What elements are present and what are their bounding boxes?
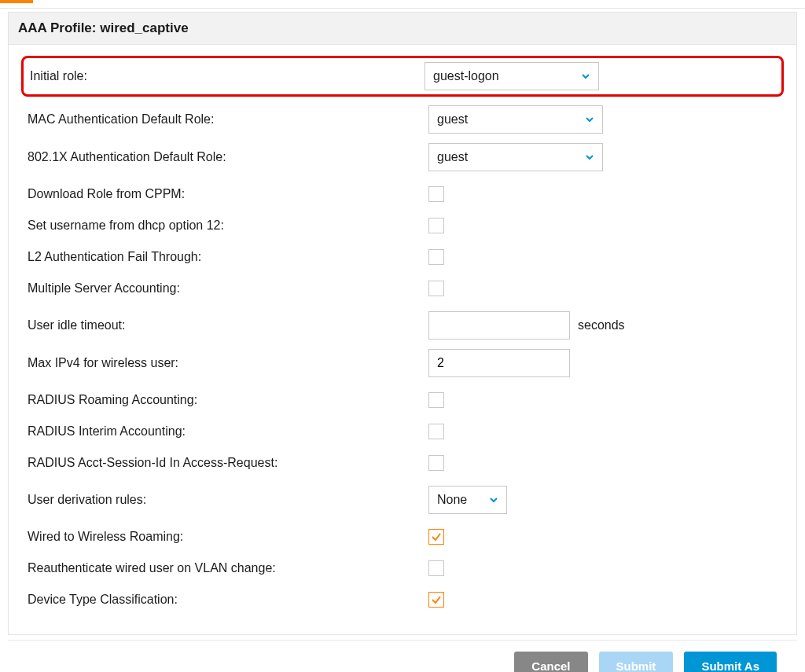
label-wired-wireless-roaming: Wired to Wireless Roaming: [28,530,428,544]
checkbox-multiple-server-accounting[interactable] [428,281,444,296]
chevron-down-icon [489,495,498,505]
panel-body: Initial role: guest-logon MAC Authentica… [9,45,796,634]
checkbox-radius-acct-session-id[interactable] [428,455,444,471]
label-download-role-cppm: Download Role from CPPM: [28,187,428,201]
row-mac-auth-role: MAC Authentication Default Role: guest [28,103,777,136]
select-initial-role-value: guest-logon [433,69,499,83]
chevron-down-icon [585,115,594,124]
row-user-idle-timeout: User idle timeout: seconds [28,309,777,342]
checkbox-device-type-classification[interactable] [428,592,444,608]
select-mac-auth-role-value: guest [437,112,468,127]
chevron-down-icon [585,152,594,162]
select-dot1x-auth-role-value: guest [437,150,468,164]
accent-strip [0,0,33,3]
select-user-derivation-rules[interactable]: None [428,486,507,514]
label-max-ipv4-wireless: Max IPv4 for wireless user: [28,356,428,370]
divider-top [0,8,805,9]
checkbox-download-role-cppm[interactable] [428,186,444,202]
submit-as-button[interactable]: Submit As [684,652,777,672]
select-mac-auth-role[interactable]: guest [428,105,603,134]
select-dot1x-auth-role[interactable]: guest [428,143,603,171]
row-radius-interim-accounting: RADIUS Interim Accounting: [28,416,777,447]
row-dot1x-auth-role: 802.1X Authentication Default Role: gues… [28,141,777,174]
row-max-ipv4-wireless: Max IPv4 for wireless user: [28,347,777,380]
row-download-role-cppm: Download Role from CPPM: [28,178,777,210]
row-wired-wireless-roaming: Wired to Wireless Roaming: [28,521,777,553]
label-l2-auth-fail-through: L2 Authentication Fail Through: [28,250,428,264]
checkbox-reauth-wired-vlan[interactable] [428,560,444,576]
label-multiple-server-accounting: Multiple Server Accounting: [28,281,428,296]
chevron-down-icon [581,72,590,81]
checkbox-l2-auth-fail-through[interactable] [428,249,444,265]
checkbox-radius-roaming-accounting[interactable] [428,392,444,408]
checkbox-set-username-dhcp12[interactable] [428,218,444,233]
cancel-button[interactable]: Cancel [514,652,587,672]
label-user-derivation-rules: User derivation rules: [28,493,428,507]
row-radius-roaming-accounting: RADIUS Roaming Accounting: [28,384,777,416]
label-mac-auth-role: MAC Authentication Default Role: [28,112,428,127]
label-radius-interim-accounting: RADIUS Interim Accounting: [28,424,428,439]
input-user-idle-timeout[interactable] [428,311,570,340]
label-dot1x-auth-role: 802.1X Authentication Default Role: [28,150,428,164]
label-radius-acct-session-id: RADIUS Acct-Session-Id In Access-Request… [28,456,428,470]
aaa-profile-panel: AAA Profile: wired_captive Initial role:… [8,12,797,635]
label-reauth-wired-vlan: Reauthenticate wired user on VLAN change… [28,561,428,575]
label-radius-roaming-accounting: RADIUS Roaming Accounting: [28,393,428,407]
label-set-username-dhcp12: Set username from dhcp option 12: [28,218,428,233]
label-device-type-classification: Device Type Classification: [28,593,428,607]
row-device-type-classification: Device Type Classification: [28,584,777,615]
row-radius-acct-session-id: RADIUS Acct-Session-Id In Access-Request… [28,447,777,479]
row-reauth-wired-vlan: Reauthenticate wired user on VLAN change… [28,553,777,584]
footer-bar: Cancel Submit Submit As [8,640,797,672]
checkbox-radius-interim-accounting[interactable] [428,424,444,439]
input-max-ipv4-wireless[interactable] [428,349,570,377]
row-multiple-server-accounting: Multiple Server Accounting: [28,273,777,304]
submit-button[interactable]: Submit [599,652,674,672]
row-set-username-dhcp12: Set username from dhcp option 12: [28,210,777,241]
panel-title: AAA Profile: wired_captive [9,13,796,45]
select-user-derivation-rules-value: None [437,493,467,507]
checkbox-wired-wireless-roaming[interactable] [428,529,444,545]
label-initial-role: Initial role: [30,69,425,83]
row-user-derivation-rules: User derivation rules: None [28,483,777,516]
unit-user-idle-timeout: seconds [578,318,625,332]
row-initial-role: Initial role: guest-logon [21,56,784,97]
label-user-idle-timeout: User idle timeout: [28,318,428,332]
select-initial-role[interactable]: guest-logon [425,62,599,90]
row-l2-auth-fail-through: L2 Authentication Fail Through: [28,241,777,273]
